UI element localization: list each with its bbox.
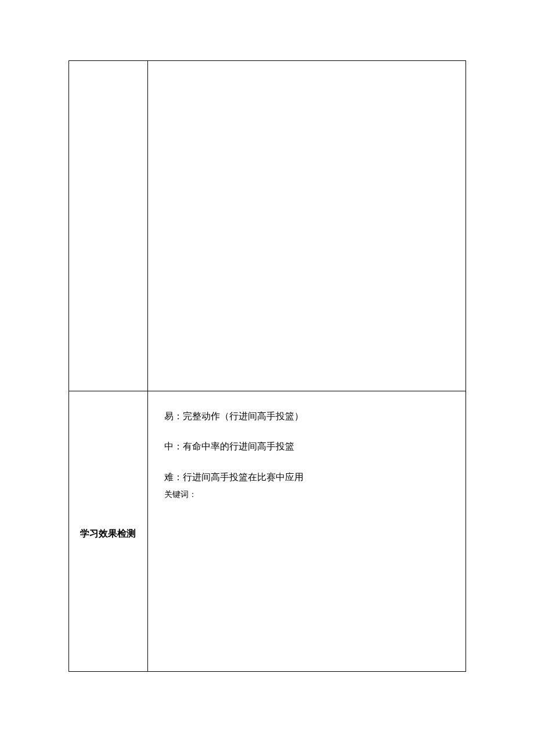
content-block: 易：完整动作（行进间高手投篮） 中：有命中率的行进间高手投篮 难：行进间高手投篮… [148, 391, 466, 500]
row2-content-cell: 易：完整动作（行进间高手投篮） 中：有命中率的行进间高手投篮 难：行进间高手投篮… [147, 391, 466, 672]
table-row [69, 61, 466, 391]
row1-content-cell [147, 61, 466, 391]
content-line-easy: 易：完整动作（行进间高手投篮） [164, 408, 454, 425]
content-line-hard: 难：行进间高手投篮在比赛中应用 [164, 469, 454, 486]
row1-label-cell [69, 61, 148, 391]
content-line-medium: 中：有命中率的行进间高手投篮 [164, 438, 454, 455]
row2-label-cell: 学习效果检测 [69, 391, 148, 672]
section-label: 学习效果检测 [69, 391, 147, 540]
document-table: 学习效果检测 易：完整动作（行进间高手投篮） 中：有命中率的行进间高手投篮 难：… [68, 60, 466, 672]
keyword-label: 关键词： [164, 489, 454, 500]
table-row: 学习效果检测 易：完整动作（行进间高手投篮） 中：有命中率的行进间高手投篮 难：… [69, 391, 466, 672]
